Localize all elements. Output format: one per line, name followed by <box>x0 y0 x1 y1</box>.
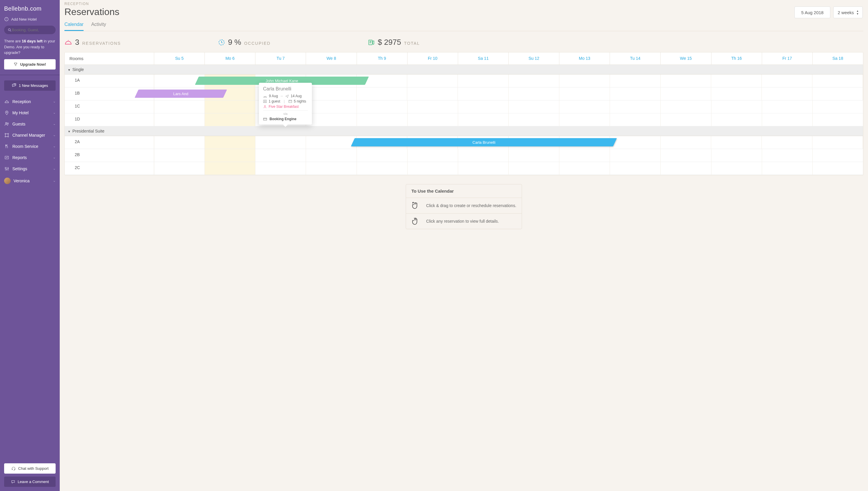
calendar-cell[interactable] <box>610 87 660 100</box>
calendar-cell[interactable] <box>812 136 863 149</box>
calendar-cell[interactable] <box>407 113 458 126</box>
calendar-cell[interactable] <box>407 87 458 100</box>
calendar-cell[interactable] <box>559 113 610 126</box>
calendar-cell[interactable] <box>660 162 711 175</box>
nav-settings[interactable]: Settings ⌄ <box>0 163 60 174</box>
calendar-cell[interactable] <box>306 136 356 149</box>
calendar-cell[interactable] <box>357 113 407 126</box>
calendar-cell[interactable] <box>205 87 255 100</box>
calendar-cell[interactable] <box>458 149 509 162</box>
calendar-cell[interactable] <box>610 149 660 162</box>
calendar-cell[interactable] <box>711 100 762 113</box>
calendar-cell[interactable] <box>154 87 205 100</box>
calendar-cell[interactable] <box>357 100 407 113</box>
calendar-cell[interactable] <box>610 136 660 149</box>
calendar-cell[interactable] <box>711 87 762 100</box>
calendar-cell[interactable] <box>154 75 205 87</box>
calendar-cell[interactable] <box>205 136 255 149</box>
calendar-cell[interactable] <box>458 136 508 149</box>
calendar-cell[interactable] <box>762 136 812 149</box>
calendar-cell[interactable] <box>509 113 559 126</box>
calendar-cell[interactable] <box>762 87 812 100</box>
calendar-cell[interactable] <box>255 136 306 149</box>
day-header[interactable]: Mo 13 <box>559 52 610 64</box>
calendar-cell[interactable] <box>711 75 762 87</box>
calendar-cell[interactable] <box>813 162 863 175</box>
calendar-cell[interactable] <box>407 162 458 175</box>
calendar-cell[interactable] <box>610 75 660 87</box>
calendar-cell[interactable] <box>559 149 610 162</box>
calendar-cell[interactable] <box>812 75 863 87</box>
calendar-cell[interactable] <box>407 149 458 162</box>
calendar-cell[interactable] <box>660 136 711 149</box>
calendar-cell[interactable] <box>660 100 711 113</box>
calendar-cell[interactable] <box>154 162 205 175</box>
calendar-cell[interactable] <box>154 100 205 113</box>
chat-support-button[interactable]: Chat with Support <box>4 463 56 473</box>
calendar-cell[interactable] <box>559 162 610 175</box>
nav-channel[interactable]: Channel Manager ⌄ <box>0 129 60 141</box>
calendar-cell[interactable] <box>356 136 407 149</box>
calendar-cell[interactable] <box>559 136 610 149</box>
calendar-cell[interactable] <box>306 75 356 87</box>
day-header[interactable]: Su 5 <box>154 52 205 64</box>
calendar-cell[interactable] <box>458 100 509 113</box>
calendar-cell[interactable] <box>711 136 762 149</box>
day-header[interactable]: Tu 14 <box>610 52 660 64</box>
calendar-cell[interactable] <box>306 162 356 175</box>
calendar-cell[interactable] <box>509 87 559 100</box>
calendar-cell[interactable] <box>205 75 255 87</box>
calendar-cell[interactable] <box>306 149 356 162</box>
day-header[interactable]: Mo 6 <box>205 52 255 64</box>
nav-reports[interactable]: Reports ⌄ <box>0 152 60 163</box>
calendar-cell[interactable] <box>356 75 407 87</box>
calendar-cell[interactable] <box>610 100 660 113</box>
nav-myhotel[interactable]: My Hotel ⌄ <box>0 107 60 118</box>
calendar-cell[interactable] <box>559 100 610 113</box>
calendar-cell[interactable] <box>407 100 458 113</box>
calendar-cell[interactable] <box>306 87 356 100</box>
calendar-cell[interactable] <box>458 162 509 175</box>
day-header[interactable]: Th 9 <box>357 52 407 64</box>
calendar-cell[interactable] <box>255 162 306 175</box>
calendar-cell[interactable] <box>660 113 711 126</box>
day-header[interactable]: Fr 17 <box>762 52 813 64</box>
calendar-cell[interactable] <box>813 100 863 113</box>
calendar-cell[interactable] <box>762 100 813 113</box>
room-group[interactable]: ▼Presidential Suite <box>65 126 863 136</box>
calendar-cell[interactable] <box>660 75 711 87</box>
calendar-cell[interactable] <box>509 136 559 149</box>
calendar-cell[interactable] <box>711 113 762 126</box>
calendar-cell[interactable] <box>610 162 660 175</box>
calendar-cell[interactable] <box>509 149 559 162</box>
calendar-cell[interactable] <box>813 149 863 162</box>
calendar-cell[interactable] <box>255 149 306 162</box>
day-header[interactable]: We 8 <box>306 52 356 64</box>
calendar-cell[interactable] <box>154 149 205 162</box>
day-header[interactable]: Th 16 <box>711 52 762 64</box>
nav-roomservice[interactable]: Room Service ⌄ <box>0 141 60 152</box>
calendar-cell[interactable] <box>660 87 711 100</box>
calendar-cell[interactable] <box>711 162 762 175</box>
add-hotel-button[interactable]: Add New Hotel <box>0 16 60 26</box>
tab-activity[interactable]: Activity <box>91 22 106 31</box>
calendar-cell[interactable] <box>559 75 610 87</box>
day-header[interactable]: Su 12 <box>509 52 559 64</box>
calendar-cell[interactable] <box>762 162 813 175</box>
room-group[interactable]: ▼Single <box>65 65 863 75</box>
calendar-cell[interactable] <box>762 149 813 162</box>
calendar-cell[interactable] <box>306 100 356 113</box>
calendar-cell[interactable] <box>812 87 863 100</box>
calendar-cell[interactable] <box>407 75 458 87</box>
tab-calendar[interactable]: Calendar <box>64 22 84 31</box>
calendar-cell[interactable] <box>407 136 458 149</box>
calendar-cell[interactable] <box>660 149 711 162</box>
calendar-cell[interactable] <box>509 100 559 113</box>
calendar-cell[interactable] <box>458 75 508 87</box>
day-header[interactable]: Fr 10 <box>407 52 458 64</box>
calendar-cell[interactable] <box>205 149 255 162</box>
calendar-cell[interactable] <box>205 113 255 126</box>
leave-comment-button[interactable]: Leave a Comment <box>4 476 56 487</box>
search-input-wrap[interactable] <box>4 26 56 34</box>
calendar-cell[interactable] <box>357 149 407 162</box>
